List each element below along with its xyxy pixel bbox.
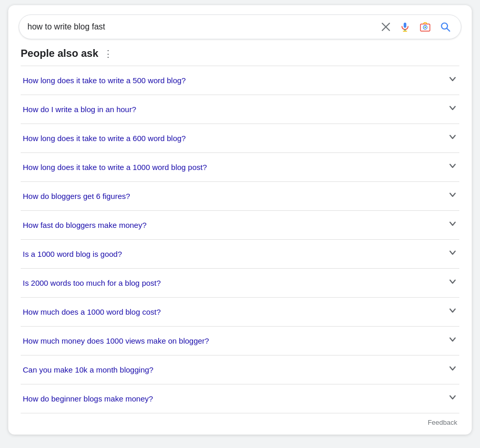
faq-question: How do beginner blogs make money? — [23, 394, 442, 403]
feedback-link[interactable]: Feedback — [428, 419, 457, 426]
faq-item[interactable]: How do bloggers get 6 figures? — [21, 182, 459, 211]
faq-item[interactable]: Is 2000 words too much for a blog post? — [21, 269, 459, 298]
faq-question: How fast do bloggers make money? — [23, 221, 442, 229]
faq-question: How long does it take to write a 600 wor… — [23, 134, 442, 143]
paa-section: People also ask ⋮ How long does it take … — [8, 48, 472, 435]
faq-item[interactable]: How much does a 1000 word blog cost? — [21, 298, 459, 327]
faq-item[interactable]: How do I write a blog in an hour? — [21, 95, 459, 124]
chevron-down-icon — [448, 306, 457, 318]
voice-search-button[interactable] — [398, 20, 412, 34]
faq-question: Is 2000 words too much for a blog post? — [23, 279, 442, 287]
faq-question: How much does a 1000 word blog cost? — [23, 307, 442, 316]
mic-icon — [400, 22, 410, 32]
faq-question: How do I write a blog in an hour? — [23, 105, 442, 114]
chevron-down-icon — [448, 277, 457, 289]
search-button[interactable] — [438, 20, 453, 34]
chevron-down-icon — [448, 74, 457, 86]
chevron-down-icon — [448, 248, 457, 260]
paa-menu-icon[interactable]: ⋮ — [103, 48, 113, 59]
chevron-down-icon — [448, 103, 457, 115]
feedback-row: Feedback — [21, 413, 459, 428]
faq-question: Can you make 10k a month blogging? — [23, 365, 442, 374]
chevron-down-icon — [448, 161, 457, 173]
faq-question: How do bloggers get 6 figures? — [23, 192, 442, 200]
svg-point-7 — [425, 27, 426, 28]
paa-title: People also ask — [21, 48, 98, 59]
faq-item[interactable]: How fast do bloggers make money? — [21, 211, 459, 240]
chevron-down-icon — [448, 335, 457, 347]
chevron-down-icon — [448, 219, 457, 231]
svg-line-9 — [447, 28, 450, 32]
main-card: People also ask ⋮ How long does it take … — [8, 5, 472, 435]
faq-item[interactable]: Can you make 10k a month blogging? — [21, 356, 459, 384]
faq-item[interactable]: How long does it take to write a 600 wor… — [21, 124, 459, 153]
close-icon — [381, 22, 391, 32]
faq-item[interactable]: How do beginner blogs make money? — [21, 384, 459, 413]
search-icon — [440, 22, 451, 32]
search-bar — [19, 14, 461, 39]
faq-question: How long does it take to write a 1000 wo… — [23, 163, 442, 172]
faq-question: How much money does 1000 views make on b… — [23, 336, 442, 345]
search-input[interactable] — [27, 22, 379, 32]
chevron-down-icon — [448, 393, 457, 405]
chevron-down-icon — [448, 364, 457, 376]
clear-button[interactable] — [379, 20, 393, 34]
paa-header: People also ask ⋮ — [21, 48, 459, 59]
faq-item[interactable]: How much money does 1000 views make on b… — [21, 327, 459, 356]
faq-question: How long does it take to write a 500 wor… — [23, 76, 442, 85]
image-search-button[interactable] — [417, 19, 433, 35]
faq-item[interactable]: Is a 1000 word blog is good? — [21, 240, 459, 269]
svg-rect-2 — [404, 23, 407, 28]
chevron-down-icon — [448, 132, 457, 144]
faq-question: Is a 1000 word blog is good? — [23, 250, 442, 258]
chevron-down-icon — [448, 190, 457, 202]
faq-item[interactable]: How long does it take to write a 1000 wo… — [21, 153, 459, 182]
faq-item[interactable]: How long does it take to write a 500 wor… — [21, 66, 459, 95]
camera-icon — [419, 21, 431, 33]
faq-list: How long does it take to write a 500 wor… — [21, 66, 459, 413]
search-icons — [379, 19, 453, 35]
